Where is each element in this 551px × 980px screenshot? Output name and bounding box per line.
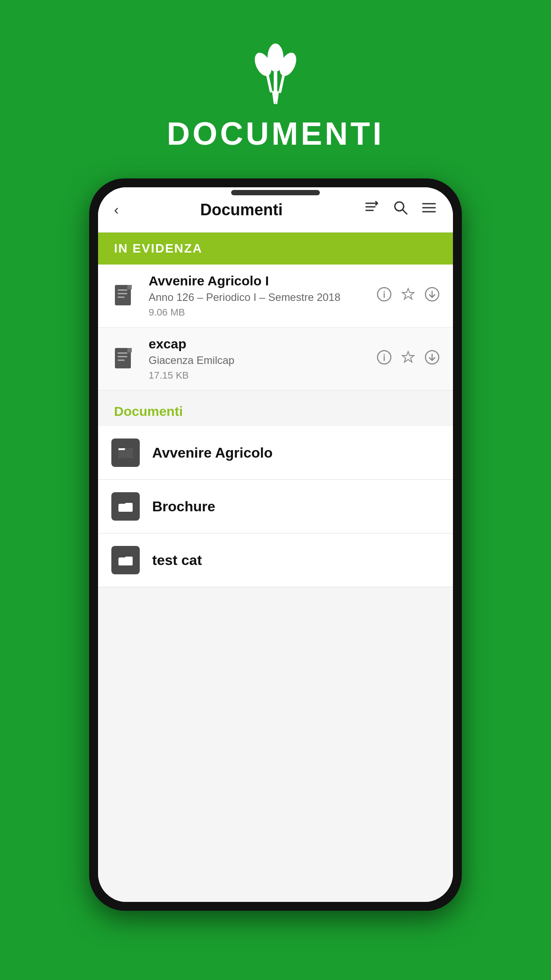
file-icon-1 [111,283,138,309]
doc-size-2: 17.15 KB [149,370,370,381]
search-icon[interactable] [393,200,409,220]
info-icon-2[interactable] [377,350,392,368]
folder-item-testcat[interactable]: test cat [98,533,453,587]
star-icon-2[interactable] [401,350,416,368]
folder-name-avvenire: Avvenire Agricolo [152,445,272,461]
in-evidenza-header: IN EVIDENZA [98,233,453,265]
header-actions [364,200,437,220]
svg-rect-17 [118,289,127,291]
hero-title: DOCUMENTI [167,115,384,152]
download-icon-1[interactable] [425,287,440,305]
svg-rect-18 [118,293,127,294]
doc-name-1: Avvenire Agricolo I [149,273,370,288]
star-icon-1[interactable] [401,287,416,305]
file-icon-2 [111,346,138,372]
svg-point-34 [384,354,385,355]
folder-icon-testcat [111,546,140,574]
doc-size-1: 9.06 MB [149,307,370,318]
evidenza-item-1[interactable]: Avvenire Agricolo I Anno 126 – Periodico… [98,265,453,328]
in-evidenza-label: IN EVIDENZA [114,241,202,255]
hero-section: DOCUMENTI [167,0,384,178]
svg-line-12 [403,210,407,214]
back-button[interactable]: ‹ [114,202,119,218]
svg-rect-5 [279,73,285,93]
svg-marker-35 [402,352,414,362]
phone-notch [231,190,320,195]
doc-info-2: excap Giacenza Emilcap 17.15 KB [149,336,370,381]
folder-icon-avvenire [111,439,140,467]
svg-marker-24 [402,288,414,299]
svg-rect-29 [118,356,127,357]
bottom-spacer [98,587,453,902]
doc-subtitle-2: Giacenza Emilcap [149,353,370,367]
doc-name-2: excap [149,336,370,352]
documenti-section-header: Documenti [98,391,453,426]
doc-info-1: Avvenire Agricolo I Anno 126 – Periodico… [149,273,370,318]
folder-item-avvenire[interactable]: Avvenire Agricolo [98,426,453,480]
svg-rect-30 [118,360,125,361]
svg-point-23 [384,291,385,292]
evidenza-item-2[interactable]: excap Giacenza Emilcap 17.15 KB [98,328,453,391]
phone-frame: ‹ Documenti [89,178,462,911]
documenti-section-label: Documenti [114,404,183,419]
folder-name-testcat: test cat [152,552,202,569]
svg-rect-4 [266,73,272,93]
doc-actions-2 [377,350,440,368]
folder-name-brochure: Brochure [152,498,215,515]
svg-rect-28 [118,352,127,354]
plant-logo-icon [240,36,311,107]
folder-item-brochure[interactable]: Brochure [98,480,453,533]
phone-screen: ‹ Documenti [98,187,453,902]
svg-rect-31 [127,348,132,352]
svg-rect-19 [118,296,125,298]
header-title: Documenti [200,201,283,219]
download-icon-2[interactable] [425,350,440,368]
info-icon-1[interactable] [377,287,392,305]
sort-icon[interactable] [364,200,380,220]
menu-icon[interactable] [421,200,437,220]
doc-subtitle-1: Anno 126 – Periodico I – Semestre 2018 [149,290,370,304]
folder-icon-brochure [111,492,140,521]
svg-rect-20 [127,285,132,289]
doc-actions-1 [377,287,440,305]
